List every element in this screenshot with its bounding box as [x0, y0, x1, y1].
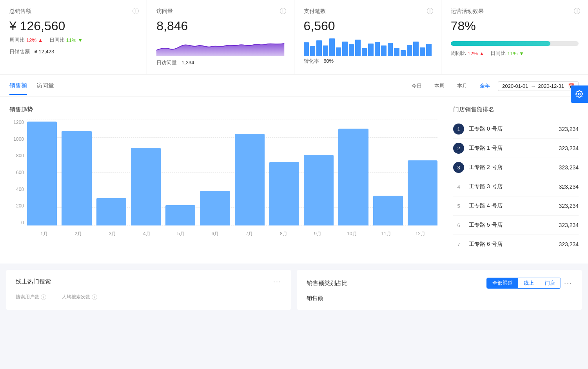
category-sales-label: 销售额	[307, 295, 572, 302]
bar-9月[interactable]	[304, 155, 334, 225]
rank-number: 2	[453, 143, 464, 154]
main-section: 销售额 访问量 今日 本周 本月 全年 2020-01-01 → 2020-12…	[0, 75, 588, 96]
rank-name: 工专路 3 号店	[469, 183, 559, 190]
bar-item	[131, 120, 161, 225]
date-range-picker[interactable]: 2020-01-01 → 2020-12-31 📅	[498, 81, 579, 91]
x-label-2月: 2月	[61, 231, 95, 237]
bar-11月[interactable]	[373, 196, 403, 226]
card-operations-title: 运营活动效果 i	[451, 8, 579, 15]
card-sales-value: ¥ 126,560	[9, 19, 137, 33]
info-icon-payments[interactable]: i	[427, 8, 433, 14]
tabs-row: 销售额 访问量 今日 本周 本月 全年 2020-01-01 → 2020-12…	[9, 75, 579, 96]
info-icon-visits[interactable]: i	[280, 8, 286, 14]
rank-item: 2工专路 1 号店323,234	[453, 139, 579, 158]
more-icon-search[interactable]: ···	[273, 278, 281, 286]
bar-item	[96, 120, 126, 225]
bar-item	[62, 120, 91, 225]
bar-item	[269, 120, 299, 225]
rank-value: 323,234	[559, 222, 579, 228]
card-visits-value: 8,846	[156, 19, 284, 33]
card-visits: 访问量 i 8,846 日访问量 1,234	[147, 0, 294, 74]
info-icon-operations[interactable]: i	[574, 8, 580, 14]
rank-item: 4工专路 3 号店323,234	[453, 177, 579, 196]
rank-value: 323,234	[559, 126, 579, 132]
card-operations-value: 78%	[451, 19, 579, 33]
rank-value: 323,234	[559, 241, 579, 247]
filter-row: 今日 本周 本月 全年 2020-01-01 → 2020-12-31 📅	[407, 81, 579, 96]
bar-10月[interactable]	[338, 129, 368, 226]
top-cards: 总销售额 i ¥ 126,560 周同比 12% ▲ 日同比 11% ▼ 日销售…	[0, 0, 588, 75]
bottom-card-search-header: 线上热门搜索 ···	[16, 278, 281, 286]
card-payments-value: 6,560	[304, 19, 432, 33]
bar-item	[408, 120, 437, 225]
payments-sparkline	[304, 36, 432, 56]
bottom-card-category: 销售额类别占比 全部渠道 线上 门店 ··· 销售额	[297, 270, 582, 310]
card-sales-title: 总销售额 i	[9, 8, 137, 15]
daily-visits: 日访问量 1,234	[156, 59, 284, 66]
bottom-card-search: 线上热门搜索 ··· 搜索用户数 i 人均搜索次数 i	[6, 270, 291, 310]
rank-name: 工专路 0 号店	[469, 125, 559, 133]
bar-5月[interactable]	[165, 205, 195, 225]
channel-tab-online[interactable]: 线上	[518, 278, 539, 288]
bar-8月[interactable]	[269, 162, 299, 225]
info-icon-sales[interactable]: i	[132, 8, 139, 14]
rank-number: 6	[453, 220, 464, 231]
filter-today[interactable]: 今日	[407, 81, 426, 91]
y-axis: 1200 1000 800 600 400 200 0	[9, 120, 27, 225]
ops-week-compare: 周同比 12% ▲	[451, 50, 485, 57]
tab-visits[interactable]: 访问量	[36, 82, 54, 95]
card-payments: 支付笔数 i 6,560 转化率	[294, 0, 441, 74]
operations-progress-wrap	[451, 41, 579, 46]
channel-tabs: 全部渠道 线上 门店	[486, 278, 561, 289]
x-label-11月: 11月	[369, 231, 403, 237]
x-label-10月: 10月	[335, 231, 369, 237]
x-label-7月: 7月	[232, 231, 267, 237]
settings-button[interactable]	[571, 85, 588, 103]
avg-search-stat: 人均搜索次数 i	[62, 292, 97, 300]
bottom-card-category-header: 销售额类别占比 全部渠道 线上 门店 ···	[307, 278, 572, 289]
bar-4月[interactable]	[131, 148, 161, 225]
rank-name: 工专路 2 号店	[469, 164, 559, 171]
x-label-9月: 9月	[301, 231, 335, 237]
channel-tab-all[interactable]: 全部渠道	[487, 278, 518, 288]
bar-item	[304, 120, 334, 225]
rank-number: 1	[453, 124, 464, 135]
x-label-3月: 3月	[96, 231, 130, 237]
visits-sparkline	[156, 36, 284, 56]
ops-day-compare: 日同比 11% ▼	[490, 50, 524, 57]
rank-name: 工专路 6 号店	[469, 241, 559, 248]
bar-item	[27, 120, 57, 225]
rank-item: 1工专路 0 号店323,234	[453, 120, 579, 139]
filter-month[interactable]: 本月	[452, 81, 472, 91]
x-label-8月: 8月	[267, 231, 301, 237]
category-controls: 全部渠道 线上 门店 ···	[486, 278, 572, 289]
search-stats: 搜索用户数 i 人均搜索次数 i	[16, 292, 281, 300]
rank-item: 6工专路 5 号店323,234	[453, 216, 579, 235]
card-visits-title: 访问量 i	[156, 8, 284, 15]
channel-tab-store[interactable]: 门店	[539, 278, 561, 288]
bar-item	[200, 120, 230, 225]
bar-12月[interactable]	[408, 160, 437, 226]
filter-year[interactable]: 全年	[475, 81, 495, 91]
bar-2月[interactable]	[62, 131, 91, 225]
bottom-card-category-title: 销售额类别占比	[307, 280, 348, 287]
bar-3月[interactable]	[96, 198, 126, 225]
card-operations: 运营活动效果 i 78% 周同比 12% ▲ 日同比 11% ▼	[441, 0, 588, 74]
rank-name: 工专路 5 号店	[469, 222, 559, 229]
bar-6月[interactable]	[200, 191, 230, 225]
bar-1月[interactable]	[27, 122, 57, 226]
info-icon-search-user: i	[41, 294, 46, 300]
rank-number: 4	[453, 181, 464, 192]
rank-number: 7	[453, 239, 464, 250]
bar-item	[373, 120, 403, 225]
tab-sales[interactable]: 销售额	[9, 82, 27, 95]
rank-name: 工专路 1 号店	[469, 145, 559, 152]
card-sales: 总销售额 i ¥ 126,560 周同比 12% ▲ 日同比 11% ▼ 日销售…	[0, 0, 147, 74]
bar-7月[interactable]	[235, 134, 265, 225]
more-icon-category[interactable]: ···	[564, 279, 572, 287]
filter-week[interactable]: 本周	[430, 81, 449, 91]
day-compare: 日同比 11% ▼	[49, 36, 83, 44]
bottom-card-search-title: 线上热门搜索	[16, 278, 51, 285]
x-labels: 1月2月3月4月5月6月7月8月9月10月11月12月	[27, 231, 437, 237]
chart-container: 1200 1000 800 600 400 200 0 1月2月3月	[9, 120, 437, 237]
